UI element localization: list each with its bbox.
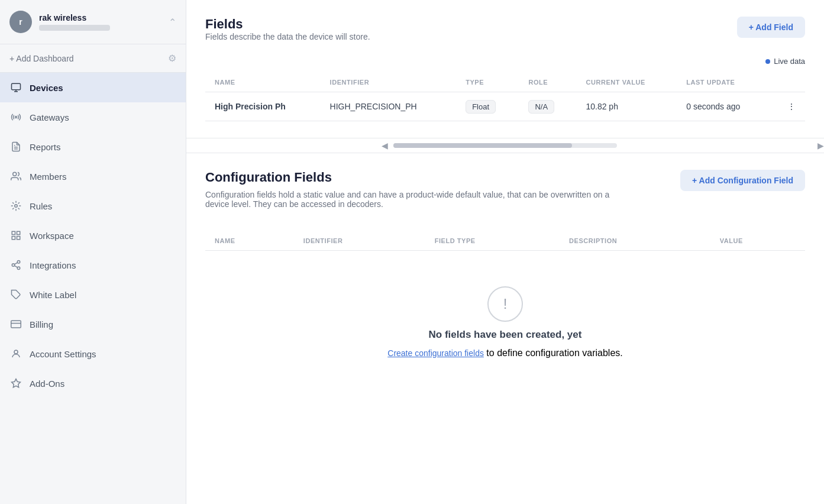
- add-dashboard-row: + Add Dashboard ⚙: [0, 44, 186, 73]
- fields-title: Fields: [205, 17, 370, 32]
- sidebar-item-label-billing: Billing: [30, 319, 53, 329]
- sidebar-item-account-settings[interactable]: Account Settings: [0, 339, 186, 369]
- empty-state-desc-suffix: to define configuration variables.: [484, 348, 623, 358]
- add-field-button[interactable]: + Add Field: [737, 17, 805, 38]
- svg-rect-0: [12, 83, 21, 90]
- row-actions-menu[interactable]: ⋮: [770, 92, 805, 121]
- svg-point-12: [17, 267, 20, 270]
- add-config-field-button[interactable]: + Add Configuration Field: [680, 170, 805, 191]
- svg-point-1: [15, 117, 17, 118]
- members-icon: [9, 170, 22, 183]
- sidebar-item-label-gateways: Gateways: [30, 112, 69, 122]
- svg-line-13: [14, 266, 17, 267]
- empty-state-title: No fields have been created, yet: [429, 329, 582, 341]
- live-data-indicator: Live data: [205, 57, 805, 66]
- fields-section: Fields Fields describe the data the devi…: [186, 0, 824, 138]
- config-col-value: VALUE: [710, 231, 805, 251]
- sidebar-item-integrations[interactable]: Integrations: [0, 250, 186, 280]
- sidebar-item-members[interactable]: Members: [0, 161, 186, 191]
- live-dot: [765, 59, 770, 64]
- billing-icon: [9, 318, 22, 331]
- field-current-value: 10.82 ph: [576, 92, 677, 121]
- config-table: NAME IDENTIFIER FIELD TYPE DESCRIPTION V…: [205, 231, 805, 251]
- svg-point-10: [17, 261, 20, 264]
- field-type: Float: [456, 92, 519, 121]
- sidebar-item-label-devices: Devices: [30, 83, 63, 93]
- col-current-value: CURRENT VALUE: [576, 73, 677, 92]
- fields-description: Fields describe the data the device will…: [205, 32, 370, 41]
- config-description: Configuration fields hold a static value…: [205, 190, 619, 209]
- main-content: Fields Fields describe the data the devi…: [186, 0, 824, 504]
- sidebar-item-white-label[interactable]: White Label: [0, 280, 186, 309]
- sidebar-item-label-white-label: White Label: [30, 290, 76, 300]
- gateways-icon: [9, 111, 22, 124]
- sidebar-item-label-account-settings: Account Settings: [30, 349, 96, 359]
- user-profile[interactable]: r rak wireless ⌃: [0, 0, 186, 44]
- field-name: High Precision Ph: [205, 92, 321, 121]
- sidebar-item-label-add-ons: Add-Ons: [30, 379, 64, 389]
- col-role: ROLE: [519, 73, 576, 92]
- col-last-update: LAST UPDATE: [677, 73, 770, 92]
- scrollbar-thumb: [393, 143, 572, 148]
- sidebar-item-reports[interactable]: Reports: [0, 132, 186, 161]
- config-fields-section: Configuration Fields Configuration field…: [186, 153, 824, 399]
- svg-point-11: [12, 264, 15, 267]
- table-row: High Precision Ph HIGH_PRECISION_PH Floa…: [205, 92, 805, 121]
- user-subtitle: [39, 25, 110, 31]
- fields-section-header: Fields Fields describe the data the devi…: [205, 17, 805, 52]
- svg-point-18: [14, 350, 18, 354]
- sidebar-item-label-members: Members: [30, 172, 67, 182]
- account-settings-icon: [9, 347, 22, 360]
- sidebar-item-devices[interactable]: Devices: [0, 73, 186, 102]
- config-col-field-type: FIELD TYPE: [425, 231, 560, 251]
- field-role: N/A: [519, 92, 576, 121]
- gear-icon[interactable]: ⚙: [168, 53, 176, 64]
- svg-rect-9: [17, 237, 20, 240]
- scroll-right-arrow[interactable]: ▶: [817, 141, 824, 150]
- horizontal-scrollbar-row: ◀ ▶: [186, 138, 824, 153]
- config-title: Configuration Fields: [205, 170, 619, 185]
- sidebar-item-add-ons[interactable]: Add-Ons: [0, 369, 186, 398]
- rules-icon: [9, 199, 22, 212]
- svg-point-4: [13, 172, 17, 176]
- config-col-description: DESCRIPTION: [560, 231, 710, 251]
- add-ons-icon: [9, 377, 22, 390]
- svg-rect-7: [17, 231, 20, 234]
- scroll-left-arrow[interactable]: ◀: [382, 141, 388, 150]
- fields-table: NAME IDENTIFIER TYPE ROLE CURRENT VALUE …: [205, 73, 805, 121]
- devices-icon: [9, 81, 22, 94]
- field-last-update: 0 seconds ago: [677, 92, 770, 121]
- col-actions: [770, 73, 805, 92]
- empty-state: ! No fields have been created, yet Creat…: [205, 251, 805, 382]
- sidebar-item-label-rules: Rules: [30, 201, 52, 211]
- col-name: NAME: [205, 73, 321, 92]
- sidebar-item-label-workspace: Workspace: [30, 231, 74, 241]
- chevron-down-icon: ⌃: [169, 17, 176, 28]
- empty-state-icon: !: [487, 286, 523, 322]
- col-type: TYPE: [456, 73, 519, 92]
- add-dashboard-button[interactable]: + Add Dashboard: [9, 54, 74, 63]
- sidebar-item-label-integrations: Integrations: [30, 260, 76, 270]
- sidebar-item-gateways[interactable]: Gateways: [0, 102, 186, 132]
- sidebar: r rak wireless ⌃ + Add Dashboard ⚙ Devic…: [0, 0, 186, 504]
- config-col-name: NAME: [205, 231, 294, 251]
- svg-rect-8: [12, 237, 15, 240]
- sidebar-item-workspace[interactable]: Workspace: [0, 221, 186, 250]
- sidebar-item-billing[interactable]: Billing: [0, 309, 186, 339]
- svg-line-14: [14, 263, 17, 264]
- empty-state-description: Create configuration fields to define co…: [387, 348, 622, 358]
- config-section-header: Configuration Fields Configuration field…: [205, 170, 805, 219]
- field-identifier: HIGH_PRECISION_PH: [321, 92, 457, 121]
- avatar: r: [9, 11, 32, 33]
- white-label-icon: [9, 288, 22, 301]
- empty-state-link[interactable]: Create configuration fields: [387, 348, 484, 358]
- workspace-icon: [9, 229, 22, 242]
- integrations-icon: [9, 259, 22, 272]
- svg-rect-16: [11, 321, 21, 328]
- user-name: rak wireless: [39, 13, 161, 22]
- reports-icon: [9, 140, 22, 153]
- col-identifier: IDENTIFIER: [321, 73, 457, 92]
- sidebar-item-rules[interactable]: Rules: [0, 191, 186, 221]
- config-col-identifier: IDENTIFIER: [294, 231, 425, 251]
- svg-point-5: [15, 205, 18, 208]
